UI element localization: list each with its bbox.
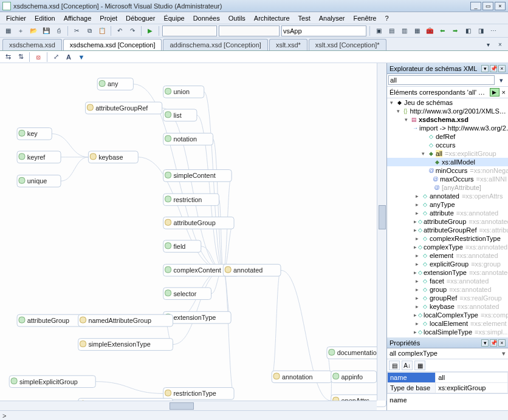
paste-button[interactable]: 📋 <box>97 25 108 36</box>
tree-item[interactable]: ▾◆all =xs:explicitGroup <box>387 149 508 158</box>
document-tab[interactable]: xsdschema.xsd [Conception] <box>63 39 162 50</box>
undo-button[interactable]: ↶ <box>114 25 125 36</box>
property-value[interactable]: xs:explicitGroup <box>436 383 508 393</box>
dropdown-icon[interactable]: ▾ <box>502 350 506 357</box>
tree-item[interactable]: @maxOccurs =xs:allNNI <box>387 175 508 183</box>
caret-icon[interactable]: ▸ <box>414 286 420 293</box>
nav-fwd-icon[interactable]: ➡ <box>450 25 461 36</box>
panel-dropdown-icon[interactable]: ▾ <box>481 65 489 72</box>
node-extensionType[interactable]: extensionType <box>163 311 231 323</box>
tree-item[interactable]: ▸◇group ≡xs:annotated <box>387 285 508 294</box>
matches-close-icon[interactable]: × <box>502 89 506 96</box>
node-attributeGroupRef[interactable]: attributeGroupRef <box>85 102 162 114</box>
tree-item[interactable]: ▸◇extensionType ≡xs:annotated <box>387 268 508 277</box>
toolbox-icon[interactable]: 🧰 <box>424 25 435 36</box>
add-item-button[interactable]: ＋ <box>15 25 26 36</box>
menu-projet[interactable]: Projet <box>96 13 121 23</box>
tree-item[interactable]: ▸◇anyType <box>387 200 508 209</box>
window-1-icon[interactable]: ▣ <box>373 25 384 36</box>
layout-lr-button[interactable]: ⇆ <box>2 52 13 62</box>
node-union[interactable]: union <box>163 86 204 98</box>
nav-back-icon[interactable]: ⬅ <box>437 25 448 36</box>
menu-fenêtre[interactable]: Fenêtre <box>350 13 380 23</box>
cut-button[interactable]: ✂ <box>71 25 82 36</box>
document-tab[interactable]: xsdschema.xsd <box>2 39 62 50</box>
caret-icon[interactable]: ▸ <box>414 252 420 259</box>
caret-icon[interactable]: ▸ <box>414 193 420 199</box>
tree-item[interactable]: ▸◇keybase ≡xs:annotated <box>387 302 508 311</box>
node-attributeGroup2[interactable]: attributeGroup <box>17 314 88 327</box>
node-unique[interactable]: unique <box>17 175 61 187</box>
node-namedAttributeGroup[interactable]: namedAttributeGroup <box>78 314 173 327</box>
node-keyref[interactable]: keyref <box>17 151 61 163</box>
node-simpleContent[interactable]: simpleContent <box>163 170 232 182</box>
tree-item[interactable]: ▸◇complexRestrictionType <box>387 234 508 243</box>
tree-item[interactable]: ▸◇groupRef ≡xs:realGroup <box>387 294 508 302</box>
tree-item[interactable]: ▸◇attribute ≡xs:annotated <box>387 209 508 217</box>
tree-item[interactable]: ▸◇complexType ≡xs:annotated <box>387 243 508 251</box>
layer-icon[interactable]: ◧ <box>462 25 473 36</box>
redo-button[interactable]: ↷ <box>127 25 138 36</box>
save-all-button[interactable]: ⎙ <box>53 25 64 36</box>
node-appinfo[interactable]: appinfo <box>331 371 377 383</box>
more-icon[interactable]: ⋯ <box>488 25 499 36</box>
document-tab[interactable]: xslt.xsd [Conception]* <box>309 39 386 50</box>
menu-affichage[interactable]: Affichage <box>60 13 95 23</box>
node-field[interactable]: field <box>163 240 201 252</box>
node-key[interactable]: key <box>17 128 52 140</box>
schema-tree[interactable]: ▾ ◆ Jeu de schémas ▾ {} http://www.w3.or… <box>387 98 508 337</box>
window-2-icon[interactable]: ▤ <box>386 25 397 36</box>
caret-icon[interactable]: ▸ <box>414 295 420 301</box>
window-4-icon[interactable]: ▦ <box>411 25 422 36</box>
tree-item[interactable]: ▸◇localSimpleType ≡xs:simpl… <box>387 328 508 336</box>
tab-close-icon[interactable]: × <box>495 39 506 50</box>
caret-icon[interactable]: ▸ <box>414 235 420 242</box>
maximize-button[interactable]: ▭ <box>482 2 493 10</box>
minimize-button[interactable]: _ <box>470 2 481 10</box>
caret-icon[interactable]: ▾ <box>420 151 426 157</box>
node-annotation[interactable]: annotation <box>272 371 332 383</box>
menu-analyser[interactable]: Analyser <box>315 13 349 23</box>
tree-item[interactable]: ▸◇localComplexType ≡xs:compl… <box>387 311 508 319</box>
config-combo[interactable] <box>162 25 217 36</box>
new-project-button[interactable]: ▦ <box>2 25 13 36</box>
node-annotated[interactable]: annotated <box>223 264 281 276</box>
goto-match-button[interactable]: ▶ <box>490 88 499 97</box>
properties-grid[interactable]: nameallType de basexs:explicitGroup <box>387 372 508 393</box>
caret-icon[interactable]: ▸ <box>414 227 417 233</box>
node-simpleExplicitGroup[interactable]: simpleExplicitGroup <box>9 376 95 388</box>
node-attributeGroup1[interactable]: attributeGroup <box>163 217 234 229</box>
node-any[interactable]: any <box>97 78 133 90</box>
menu-test[interactable]: Test <box>295 13 314 23</box>
caret-icon[interactable]: ▾ <box>396 108 401 114</box>
caret-icon[interactable]: ▸ <box>414 320 420 327</box>
start-button[interactable]: ▶ <box>145 25 156 36</box>
window-3-icon[interactable]: ▥ <box>399 25 410 36</box>
close-button[interactable]: × <box>495 2 506 10</box>
caret-icon[interactable]: ▸ <box>414 202 420 208</box>
caret-icon[interactable]: ▸ <box>414 261 420 267</box>
caret-icon[interactable]: ▸ <box>414 303 420 310</box>
copy-button[interactable]: ⧉ <box>84 25 95 36</box>
node-restriction[interactable]: restriction <box>163 194 219 206</box>
menu-fichier[interactable]: Fichier <box>2 13 30 23</box>
panel-close-icon[interactable]: × <box>498 65 506 72</box>
node-selector[interactable]: selector <box>163 288 211 300</box>
tree-item[interactable]: ◇occurs <box>387 141 508 149</box>
caret-icon[interactable]: ▸ <box>414 329 417 335</box>
startup-combo[interactable] <box>281 25 366 36</box>
horizontal-scrollbar[interactable] <box>0 401 377 410</box>
node-list[interactable]: list <box>163 109 197 121</box>
menu-données[interactable]: Données <box>190 13 224 23</box>
tree-item[interactable]: ▸◇facet ≡xs:annotated <box>387 277 508 285</box>
caret-icon[interactable]: ▸ <box>414 244 417 250</box>
caret-icon[interactable]: ▾ <box>388 100 394 106</box>
tree-item[interactable]: ◆xs:allModel <box>387 158 508 166</box>
schema-search-input[interactable] <box>388 75 495 85</box>
open-button[interactable]: 📂 <box>28 25 39 36</box>
menu-outils[interactable]: Outils <box>225 13 249 23</box>
node-restrictionType[interactable]: restrictionType <box>163 388 234 400</box>
node-notation[interactable]: notation <box>163 133 213 145</box>
caret-icon[interactable]: ▸ <box>414 312 417 318</box>
panel-close-icon[interactable]: × <box>498 339 506 347</box>
